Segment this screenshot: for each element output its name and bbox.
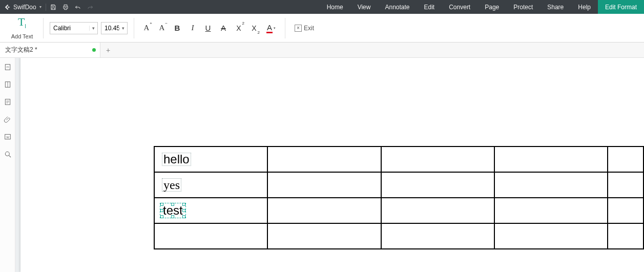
undo-icon [74, 4, 81, 11]
table-cell[interactable] [267, 223, 381, 249]
table-cell[interactable] [154, 223, 267, 249]
font-name-combo[interactable]: Calibri ▾ [50, 22, 98, 34]
add-text-button[interactable]: TI Add Text [7, 16, 37, 39]
thumbnails-button[interactable]: H [2, 61, 14, 73]
search-icon [4, 150, 12, 158]
ribbon-group-addtext: TI Add Text [4, 16, 40, 39]
plus-icon: + [150, 21, 152, 26]
menu-edit-format[interactable]: Edit Format [598, 0, 644, 14]
svg-text:H: H [7, 66, 9, 69]
word-export-button[interactable]: W [2, 131, 14, 143]
font-name-value: Calibri [50, 25, 89, 32]
menu-protect[interactable]: Protect [506, 0, 540, 14]
font-size-combo[interactable]: 10.45 ▾ [101, 22, 128, 34]
annotations-button[interactable] [2, 96, 14, 108]
table-cell[interactable] [381, 172, 494, 198]
bookmarks-button[interactable] [2, 78, 14, 91]
decrease-font-button[interactable]: A− [156, 22, 168, 34]
separator [285, 18, 285, 38]
cell-text[interactable]: yes [162, 178, 181, 192]
document-tab[interactable]: 文字文稿2 * [0, 43, 100, 57]
redo-icon [87, 4, 94, 11]
chevron-down-icon: ▾ [274, 26, 276, 30]
table-cell[interactable] [267, 147, 381, 172]
app-logo: SwifDoo ▾ [0, 4, 45, 11]
resize-handle[interactable] [160, 209, 163, 212]
add-text-label: Add Text [11, 33, 33, 39]
table-cell[interactable] [608, 172, 643, 198]
resize-handle[interactable] [182, 215, 185, 218]
thumbnails-icon: H [4, 63, 12, 71]
ribbon: TI Add Text Calibri ▾ 10.45 ▾ A+ A− B I … [0, 14, 644, 43]
separator [46, 4, 46, 11]
separator [134, 18, 134, 38]
print-button[interactable] [59, 0, 72, 14]
table-cell[interactable]: test [154, 198, 267, 223]
titlebar: SwifDoo ▾ Home View Annotate Edit Conver… [0, 0, 644, 14]
search-button[interactable] [2, 148, 14, 160]
table-row[interactable] [154, 223, 643, 249]
undo-button[interactable] [72, 0, 84, 14]
font-size-value: 10.45 [101, 25, 119, 32]
strikethrough-button[interactable]: A [217, 22, 230, 34]
resize-handle[interactable] [160, 203, 163, 206]
redo-button[interactable] [84, 0, 96, 14]
table-row[interactable]: yes [154, 172, 643, 198]
table-row[interactable]: test [154, 198, 643, 223]
cell-text[interactable]: hello [162, 153, 191, 166]
menu-help[interactable]: Help [571, 0, 598, 14]
svg-point-10 [5, 152, 9, 156]
table-row[interactable]: hello [154, 147, 643, 172]
superscript-button[interactable]: X2 [233, 22, 245, 34]
menu-edit[interactable]: Edit [417, 0, 442, 14]
table-cell[interactable] [608, 198, 643, 223]
increase-font-button[interactable]: A+ [140, 22, 153, 34]
menu-home[interactable]: Home [320, 0, 350, 14]
table-cell[interactable] [381, 223, 494, 249]
table-cell[interactable] [267, 198, 381, 223]
new-tab-button[interactable]: + [100, 43, 116, 57]
svg-line-11 [9, 156, 10, 157]
table-cell[interactable] [381, 198, 494, 223]
document-tabstrip: 文字文稿2 * + [0, 43, 644, 58]
table-cell[interactable] [494, 147, 608, 172]
bold-button[interactable]: B [171, 22, 183, 34]
table-cell[interactable] [494, 223, 608, 249]
attachments-button[interactable] [2, 113, 14, 125]
active-text-selection[interactable]: test [162, 204, 184, 217]
table-cell[interactable] [494, 198, 608, 223]
resize-handle[interactable] [171, 203, 174, 206]
menu-view[interactable]: View [350, 0, 378, 14]
table-cell[interactable] [267, 172, 381, 198]
resize-handle[interactable] [160, 215, 163, 218]
print-icon [62, 4, 69, 11]
table-cell[interactable] [608, 147, 643, 172]
underline-button[interactable]: U [202, 22, 214, 34]
page[interactable]: hello yes [20, 58, 644, 272]
table-cell[interactable] [494, 172, 608, 198]
table-cell[interactable] [381, 147, 494, 172]
save-button[interactable] [47, 0, 59, 14]
font-color-button[interactable]: A ▾ [263, 22, 279, 34]
table-cell[interactable]: hello [154, 147, 267, 172]
exit-button[interactable]: × Exit [292, 22, 317, 34]
swifdoo-icon [4, 4, 11, 11]
table-cell[interactable] [608, 223, 643, 249]
close-icon: × [295, 25, 302, 32]
paperclip-icon [4, 115, 12, 123]
menu-annotate[interactable]: Annotate [378, 0, 417, 14]
subscript-button[interactable]: X2 [248, 22, 260, 34]
resize-handle[interactable] [182, 203, 185, 206]
resize-handle[interactable] [182, 209, 185, 212]
italic-button[interactable]: I [186, 22, 199, 34]
app-menu-caret-icon[interactable]: ▾ [39, 5, 41, 9]
resize-handle[interactable] [171, 215, 174, 218]
chevron-down-icon: ▾ [89, 26, 97, 31]
table-cell[interactable]: yes [154, 172, 267, 198]
menu-share[interactable]: Share [540, 0, 571, 14]
save-icon [50, 4, 57, 11]
menu-page[interactable]: Page [477, 0, 506, 14]
document-table[interactable]: hello yes [154, 146, 644, 249]
menu-convert[interactable]: Convert [442, 0, 477, 14]
canvas[interactable]: hello yes [15, 58, 644, 272]
